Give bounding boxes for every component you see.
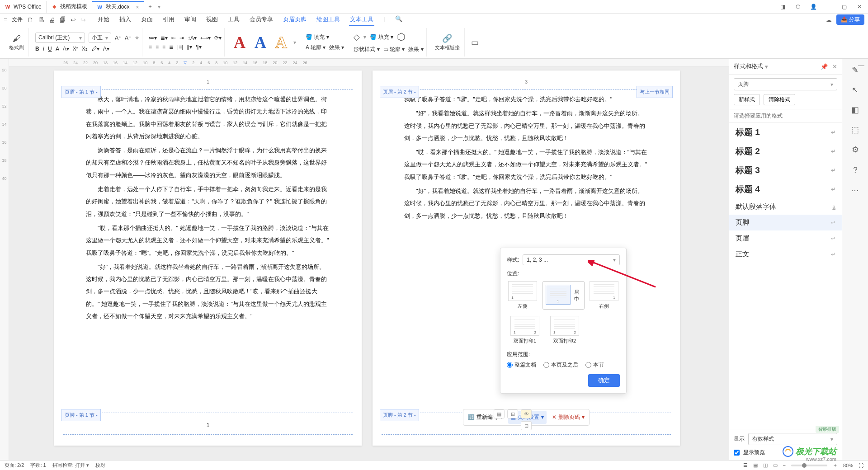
cursor-icon[interactable]: ↖ (852, 85, 859, 95)
zoom-slider[interactable] (791, 465, 827, 466)
save-icon[interactable]: 🖶 (38, 16, 44, 24)
bullets-icon[interactable]: ≔▾ (149, 35, 157, 41)
paragraph[interactable]: 秋天，落叶满地，冷寂的秋雨肆意地宣泄着它的情绪，用悲凉给这个喧嚣的世界调色。街巷… (86, 93, 330, 142)
fit-icon[interactable]: ⛶ (859, 463, 863, 468)
clear-format-button[interactable]: 清除格式 (764, 94, 795, 105)
align-center-icon[interactable]: ≡ (156, 44, 159, 50)
tab-reference[interactable]: 引用 (162, 14, 175, 26)
paragraph[interactable]: "好"，我看着她说道。就这样我坐着她的自行车，一路冒着雨，渐渐离开这失意的场所。… (86, 261, 330, 322)
align-tool-1[interactable]: ▦ (494, 409, 505, 418)
align-tool-4[interactable]: ⊡ (521, 421, 532, 430)
avatar[interactable]: 👤 (809, 3, 817, 11)
numbering-icon[interactable]: ≣▾ (160, 35, 168, 41)
highlight-icon[interactable]: 🖍▾ (91, 46, 99, 52)
paragraph[interactable]: 我吸了吸鼻子答道："嗯"。"走吧，你回家先洗个澡，洗完后我带你去吃好吃的。" (404, 93, 648, 105)
more-icon[interactable]: ⋯ (851, 185, 860, 195)
shape-style-button[interactable]: 形状样式 ▾ (354, 46, 379, 53)
style-body[interactable]: 正文↵ (729, 246, 842, 262)
style-heading-4[interactable]: 标题 4↵ (729, 180, 842, 199)
align-tool-3[interactable]: 👁 (521, 409, 532, 418)
cube-icon[interactable]: ⬡ (397, 31, 406, 43)
paragraph[interactable]: "好"，我看着她说道。就这样我坐着她的自行车，一路冒着雨，渐渐离开这失意的场所。… (404, 107, 648, 144)
search-icon[interactable]: 🔍 (394, 14, 403, 26)
text-style-2[interactable]: A (252, 33, 269, 52)
spell-check[interactable]: 拼写检查: 打开 ▾ (52, 462, 89, 469)
format-painter-button[interactable]: 🖌 格式刷 (7, 32, 26, 53)
align-tool-2[interactable]: ⊞ (507, 409, 518, 418)
delete-pagenum-button[interactable]: ✕ 删除页码 ▾ (549, 411, 587, 424)
collapse-sidebar-icon[interactable]: — (858, 61, 864, 69)
smart-layout-tag[interactable]: 智能排版 (816, 426, 839, 433)
style-footer[interactable]: 页脚↵ (729, 215, 842, 230)
minimize-button[interactable]: — (825, 3, 833, 11)
help-icon[interactable]: ？ (851, 164, 859, 175)
tab-draw-tools[interactable]: 绘图工具 (316, 14, 341, 26)
style-select[interactable]: 1, 2, 3 ...▾ (523, 254, 620, 265)
position-right[interactable]: 1右侧 (588, 281, 620, 310)
tab-tools[interactable]: 工具 (227, 14, 241, 26)
tab-member[interactable]: 会员专享 (249, 14, 274, 26)
close-icon[interactable]: × (136, 4, 139, 10)
bold-icon[interactable]: B (35, 46, 39, 52)
cube-icon[interactable]: ⬡ (794, 3, 802, 11)
paragraph[interactable]: "哎，看来那个插曲还挺大的。" 她逗趣地一笑，一手揽住了我的胳膊，淡淡说道："与… (86, 222, 330, 259)
text-direction-icon[interactable]: ↕A▾ (188, 35, 197, 41)
tab-templates[interactable]: ◆ 找稻壳模板 (47, 1, 92, 13)
font-size-select[interactable]: 小五▾ (89, 33, 111, 43)
maximize-button[interactable]: ▢ (840, 3, 848, 11)
view-mode-1[interactable]: ☰ (743, 462, 748, 468)
redo-icon[interactable]: ↪ (80, 16, 86, 24)
layout-icon[interactable]: ◨ (778, 3, 787, 11)
underline-icon[interactable]: U (48, 46, 52, 52)
page-indicator[interactable]: 页面: 2/2 (5, 462, 24, 469)
preview-icon[interactable]: 🗐 (60, 16, 66, 24)
position-duplex1[interactable]: 12双面打印1 (507, 316, 543, 344)
shape-outline-button[interactable]: ▭ 轮廓 ▾ (383, 46, 405, 53)
effect-button[interactable]: 效果 ▾ (329, 44, 344, 52)
rotate-icon[interactable]: ⟳▾ (214, 35, 222, 41)
style-heading-1[interactable]: 标题 1↵ (729, 123, 842, 142)
text-effect-icon[interactable]: A▾ (103, 46, 109, 52)
layers-icon[interactable]: ◧ (851, 105, 859, 115)
textbox-icon[interactable]: ▭ (471, 38, 479, 47)
view-mode-4[interactable]: ▭ (773, 462, 778, 468)
font-color-icon[interactable]: A▾ (63, 46, 69, 52)
tab-wps-office[interactable]: W WPS Office (0, 1, 47, 13)
word-count[interactable]: 字数: 1 (30, 462, 46, 469)
paragraph[interactable]: 走着走着，远处一个人停下了自行车，手中撑着一把伞，匆匆向我走来。近看走来的是我的… (86, 183, 330, 220)
justify-icon[interactable]: ≣ (169, 44, 174, 50)
zoom-level[interactable]: 80% (843, 463, 853, 468)
fill-icon[interactable]: 🪣 填充 ▾ (306, 33, 329, 41)
pin-icon[interactable]: 📌 (821, 63, 828, 70)
tab-text-tools[interactable]: 文本工具 (349, 14, 374, 26)
close-window-button[interactable]: ✕ (855, 3, 863, 11)
align-right-icon[interactable]: ≡ (162, 44, 165, 50)
text-style-3[interactable]: A (273, 33, 290, 52)
scope-this-after[interactable]: 本页及之后 (543, 361, 578, 369)
undo-icon[interactable]: ↩ (71, 16, 76, 24)
position-center[interactable]: 1居中 (542, 281, 585, 310)
position-left[interactable]: 1左侧 (507, 281, 539, 310)
increase-font-icon[interactable]: A⁺ (115, 35, 121, 41)
paragraph[interactable]: "哎，看来那个插曲还挺大的。" 她逗趣地一笑，一手揽住了我的胳膊，淡淡说道："与… (404, 146, 648, 183)
cube-tool-icon[interactable]: ⬚ (851, 125, 859, 135)
style-header[interactable]: 页眉↵ (729, 230, 842, 246)
paragraph-icon[interactable]: ¶▾ (196, 44, 201, 50)
char-scale-icon[interactable]: ⟷▾ (200, 35, 211, 41)
superscript-icon[interactable]: X² (73, 46, 78, 52)
align-left-icon[interactable]: ≡ (149, 44, 152, 50)
print-icon[interactable]: 🖨 (49, 16, 55, 24)
cloud-icon[interactable]: ☁ (826, 16, 832, 24)
edit-icon[interactable]: ✎ (852, 65, 859, 75)
page-1-number[interactable]: 1 (207, 420, 210, 431)
font-family-select[interactable]: Calibri (正文)▾ (35, 33, 85, 43)
clear-format-icon[interactable]: ✧ (135, 35, 139, 41)
share-button[interactable]: 📤 分享 (836, 14, 864, 25)
tab-insert[interactable]: 插入 (118, 14, 132, 26)
position-duplex2[interactable]: 12双面打印2 (547, 316, 583, 344)
close-panel-icon[interactable]: ✕ (832, 63, 837, 70)
decrease-font-icon[interactable]: A⁻ (125, 35, 131, 41)
file-menu[interactable]: 文件 (12, 16, 23, 24)
proofing[interactable]: 校对 (95, 462, 105, 469)
current-style-select[interactable]: 页脚▾ (734, 78, 837, 90)
